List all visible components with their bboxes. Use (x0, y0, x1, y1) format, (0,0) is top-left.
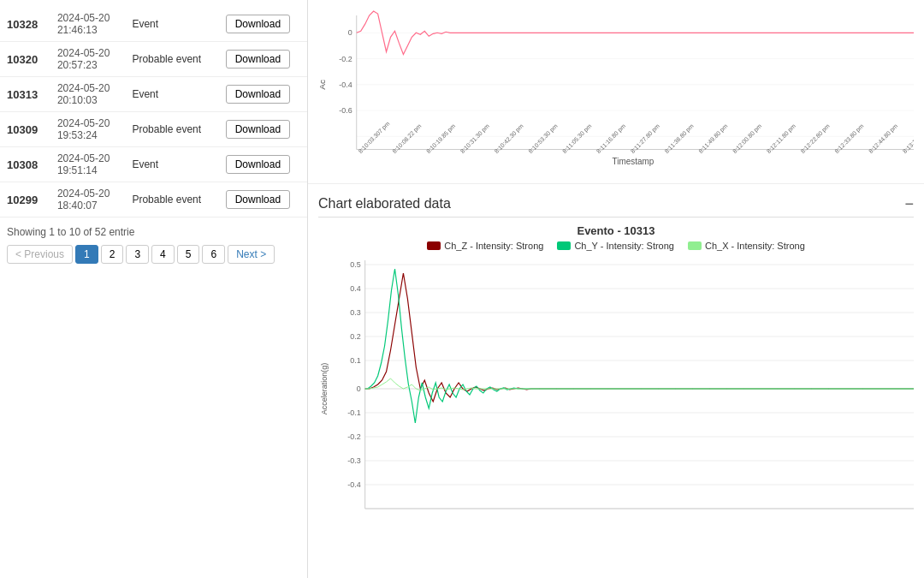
table-row: 10320 2024-05-2020:57:23 Probable event … (0, 42, 307, 77)
legend-label-ch_y: Ch_Y - Intensity: Strong (574, 241, 674, 251)
svg-text:8:12:11.80 pm: 8:12:11.80 pm (766, 122, 797, 155)
page-button-1[interactable]: 1 (75, 245, 98, 264)
svg-text:8:13:17.80 pm: 8:13:17.80 pm (902, 122, 914, 155)
svg-text:8:10:42.30 pm: 8:10:42.30 pm (494, 122, 525, 155)
event-id: 10309 (0, 112, 50, 147)
legend-color-ch_z (427, 241, 441, 250)
page-button-2[interactable]: 2 (101, 245, 124, 264)
pagination-container: Showing 1 to 10 of 52 entrie < Previous1… (0, 217, 307, 272)
events-table: 10328 2024-05-2021:46:13 Event Download … (0, 7, 307, 217)
collapse-button[interactable]: − (904, 196, 914, 212)
svg-text:8:10:53.30 pm: 8:10:53.30 pm (527, 122, 559, 155)
svg-text:-0.4: -0.4 (339, 80, 352, 89)
section-header: Chart elaborated data − (318, 191, 914, 217)
elaborated-title: Chart elaborated data (318, 196, 451, 212)
svg-text:8:10:19.85 pm: 8:10:19.85 pm (425, 122, 457, 155)
table-row: 10308 2024-05-2019:51:14 Event Download (0, 147, 307, 182)
event-type: Event (125, 77, 218, 112)
event-type: Probable event (125, 112, 218, 147)
svg-text:-0.2: -0.2 (339, 55, 352, 63)
svg-text:8:12:22.80 pm: 8:12:22.80 pm (800, 122, 832, 155)
elaborated-section: Chart elaborated data − Evento - 10313 C… (308, 184, 924, 578)
page-button-6[interactable]: 6 (202, 245, 225, 264)
event-datetime: 2024-05-2018:40:07 (50, 182, 125, 217)
event-id: 10328 (0, 7, 50, 42)
svg-text:8:12:00.80 pm: 8:12:00.80 pm (732, 122, 763, 155)
svg-text:8:11:38.80 pm: 8:11:38.80 pm (663, 122, 695, 155)
legend-item-ch_z: Ch_Z - Intensity: Strong (427, 241, 543, 251)
svg-text:8:10:08.22 pm: 8:10:08.22 pm (391, 122, 423, 155)
event-id: 10308 (0, 147, 50, 182)
download-button[interactable]: Download (226, 120, 290, 139)
elaborated-chart-svg: 0.5 0.4 0.3 0.2 0.1 0 -0.1 -0.2 -0.3 -0.… (318, 256, 914, 521)
svg-text:0: 0 (348, 28, 352, 37)
svg-text:0: 0 (357, 384, 361, 393)
event-datetime: 2024-05-2019:51:14 (50, 147, 125, 182)
download-cell: Download (219, 77, 307, 112)
table-row: 10299 2024-05-2018:40:07 Probable event … (0, 182, 307, 217)
legend-item-ch_y: Ch_Y - Intensity: Strong (557, 241, 674, 251)
svg-text:0.4: 0.4 (350, 284, 360, 293)
pagination: < Previous123456Next > (7, 245, 300, 264)
svg-text:0.1: 0.1 (350, 356, 360, 365)
svg-text:-0.3: -0.3 (347, 456, 360, 465)
download-button[interactable]: Download (226, 155, 290, 174)
legend-item-ch_x: Ch_X - Intensity: Strong (688, 241, 805, 251)
svg-text:8:11:05.30 pm: 8:11:05.30 pm (561, 122, 593, 155)
svg-text:Timestamp: Timestamp (613, 157, 654, 166)
top-chart-container: 0 -0.2 -0.4 -0.6 Ac Timestamp 8:10:03.30… (308, 0, 924, 184)
legend-color-ch_x (688, 241, 702, 250)
top-chart-svg: 0 -0.2 -0.4 -0.6 Ac Timestamp 8:10:03.30… (318, 7, 914, 180)
event-type: Event (125, 7, 218, 42)
event-id: 10320 (0, 42, 50, 77)
svg-text:Ac: Ac (318, 80, 327, 90)
svg-text:0.2: 0.2 (350, 332, 360, 341)
svg-text:-0.1: -0.1 (347, 408, 360, 417)
event-datetime: 2024-05-2020:10:03 (50, 77, 125, 112)
download-cell: Download (219, 147, 307, 182)
svg-text:8:11:49.80 pm: 8:11:49.80 pm (697, 122, 729, 155)
event-datetime: 2024-05-2021:46:13 (50, 7, 125, 42)
svg-text:8:11:16.80 pm: 8:11:16.80 pm (595, 122, 627, 155)
event-datetime: 2024-05-2020:57:23 (50, 42, 125, 77)
event-type: Event (125, 147, 218, 182)
svg-text:-0.6: -0.6 (339, 106, 352, 115)
download-button[interactable]: Download (226, 15, 290, 33)
event-datetime: 2024-05-2019:53:24 (50, 112, 125, 147)
legend-label-ch_z: Ch_Z - Intensity: Strong (444, 241, 543, 251)
download-cell: Download (219, 7, 307, 42)
download-button[interactable]: Download (226, 190, 290, 209)
page-button-3[interactable]: 3 (126, 245, 149, 264)
svg-text:8:12:44.80 pm: 8:12:44.80 pm (868, 122, 899, 155)
svg-text:8:10:31.30 pm: 8:10:31.30 pm (459, 122, 491, 155)
download-cell: Download (219, 42, 307, 77)
event-id: 10313 (0, 77, 50, 112)
svg-text:0.5: 0.5 (350, 260, 360, 269)
previous-button[interactable]: < Previous (7, 245, 73, 264)
table-row: 10328 2024-05-2021:46:13 Event Download (0, 7, 307, 42)
download-cell: Download (219, 182, 307, 217)
showing-text: Showing 1 to 10 of 52 entrie (7, 226, 300, 238)
svg-text:8:11:27.80 pm: 8:11:27.80 pm (630, 122, 661, 155)
page-button-4[interactable]: 4 (151, 245, 175, 264)
next-button[interactable]: Next > (228, 245, 275, 264)
download-cell: Download (219, 112, 307, 147)
right-panel: 0 -0.2 -0.4 -0.6 Ac Timestamp 8:10:03.30… (308, 0, 924, 578)
event-type: Probable event (125, 42, 218, 77)
table-row: 10309 2024-05-2019:53:24 Probable event … (0, 112, 307, 147)
table-row: 10313 2024-05-2020:10:03 Event Download (0, 77, 307, 112)
svg-text:0.3: 0.3 (350, 308, 360, 317)
svg-text:-0.2: -0.2 (347, 432, 360, 441)
svg-text:8:12:33.80 pm: 8:12:33.80 pm (833, 122, 865, 155)
event-type: Probable event (125, 182, 218, 217)
download-button[interactable]: Download (226, 85, 290, 104)
chart-legend: Ch_Z - Intensity: Strong Ch_Y - Intensit… (318, 241, 914, 251)
legend-label-ch_x: Ch_X - Intensity: Strong (705, 241, 805, 251)
svg-text:Acceleration(g): Acceleration(g) (320, 363, 329, 415)
event-id: 10299 (0, 182, 50, 217)
left-panel: 10328 2024-05-2021:46:13 Event Download … (0, 0, 308, 578)
download-button[interactable]: Download (226, 50, 290, 69)
legend-color-ch_y (557, 241, 571, 250)
page-button-5[interactable]: 5 (177, 245, 200, 264)
elaborated-chart-title: Evento - 10313 (318, 224, 914, 237)
